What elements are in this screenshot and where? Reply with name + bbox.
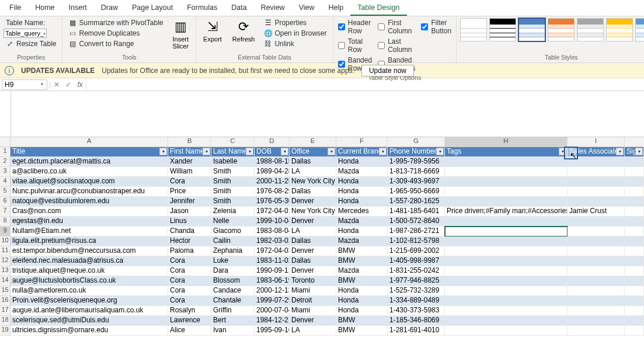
cell[interactable]: 1-995-789-5956 bbox=[388, 157, 445, 167]
cell[interactable] bbox=[625, 306, 644, 316]
header-office[interactable]: Office▾ bbox=[290, 147, 336, 157]
filter-dropdown-icon[interactable]: ▾ bbox=[436, 148, 444, 155]
tab-formulas[interactable]: Formulas bbox=[180, 0, 224, 16]
cell[interactable]: Price driven;#Family man;#Accessories bbox=[445, 207, 568, 217]
cell[interactable]: Cora bbox=[168, 286, 211, 296]
cell[interactable]: Denver bbox=[290, 217, 336, 227]
cell[interactable]: Dallas bbox=[290, 256, 336, 266]
cell[interactable]: Honda bbox=[336, 157, 388, 167]
convert-range[interactable]: ▤Convert to Range bbox=[66, 39, 165, 48]
cell[interactable]: Blossom bbox=[211, 276, 255, 286]
filter-dropdown-icon[interactable]: ▾ bbox=[616, 148, 624, 155]
cell[interactable]: LA bbox=[290, 227, 336, 236]
cell[interactable]: Honda bbox=[336, 296, 388, 306]
cell[interactable]: nulla@ametlorem.co.uk bbox=[11, 286, 168, 296]
header-phone-number[interactable]: Phone Number▾ bbox=[388, 147, 445, 157]
tab-file[interactable]: File bbox=[2, 0, 28, 16]
cell[interactable]: eget.dictum.placerat@mattis.ca bbox=[11, 157, 168, 167]
cell[interactable]: ligula.elit.pretium@risus.ca bbox=[11, 236, 168, 246]
cell[interactable]: BMW bbox=[336, 316, 388, 326]
cell[interactable] bbox=[445, 236, 568, 246]
cell[interactable]: a@aclibero.co.uk bbox=[11, 167, 168, 177]
cell[interactable] bbox=[625, 157, 644, 167]
col-H[interactable]: H bbox=[445, 137, 568, 147]
row-head-12[interactable]: 12 bbox=[0, 256, 11, 266]
header-dob[interactable]: DOB▾ bbox=[255, 147, 290, 157]
cell[interactable]: 1-185-346-8069 bbox=[388, 316, 445, 326]
cell[interactable]: Cailin bbox=[211, 236, 255, 246]
cell[interactable]: William bbox=[168, 167, 211, 177]
cell[interactable]: Rosalyn bbox=[168, 306, 211, 316]
cell[interactable]: BMW bbox=[336, 326, 388, 336]
cell[interactable]: Cras@non.com bbox=[11, 207, 168, 217]
cell[interactable]: 1-500-572-8640 bbox=[388, 217, 445, 227]
cell[interactable]: 1976-05-30 bbox=[255, 197, 290, 207]
cell[interactable]: Cora bbox=[168, 177, 211, 187]
row-head-18[interactable]: 18 bbox=[0, 316, 11, 326]
cell[interactable]: New York City bbox=[290, 177, 336, 187]
cell[interactable]: Proin.velit@scelerisqueneque.org bbox=[11, 296, 168, 306]
cell[interactable]: 1-430-373-5983 bbox=[388, 306, 445, 316]
row-head-10[interactable]: 10 bbox=[0, 236, 11, 246]
cell[interactable]: BMW bbox=[336, 276, 388, 286]
cell[interactable]: Honda bbox=[336, 187, 388, 197]
unlink[interactable]: ⛓Unlink bbox=[262, 39, 329, 48]
cell[interactable]: 1-334-889-0489 bbox=[388, 296, 445, 306]
cell[interactable]: New York City bbox=[290, 207, 336, 217]
cell[interactable]: 1989-04-28 bbox=[255, 167, 290, 177]
cell[interactable] bbox=[445, 217, 568, 227]
cell[interactable]: BMW bbox=[336, 246, 388, 256]
header-sales-associate[interactable]: Sales Associate▾ bbox=[568, 147, 625, 157]
row-head-17[interactable]: 17 bbox=[0, 306, 11, 316]
cell[interactable]: Smith bbox=[211, 167, 255, 177]
row-head-9[interactable]: 9 bbox=[0, 227, 11, 236]
row-head-7[interactable]: 7 bbox=[0, 207, 11, 217]
cell[interactable]: Dallas bbox=[290, 157, 336, 167]
cell[interactable] bbox=[625, 217, 644, 227]
cell[interactable] bbox=[625, 326, 644, 336]
table-style-5[interactable] bbox=[606, 18, 633, 41]
refresh-button[interactable]: ⟳Refresh bbox=[229, 18, 259, 44]
cell[interactable]: Miami bbox=[290, 286, 336, 296]
tab-home[interactable]: Home bbox=[28, 0, 61, 16]
cell[interactable]: 1-405-998-9987 bbox=[388, 256, 445, 266]
col-G[interactable]: G bbox=[388, 137, 445, 147]
table-style-3[interactable] bbox=[548, 18, 575, 41]
row-head-8[interactable]: 8 bbox=[0, 217, 11, 227]
cell[interactable] bbox=[568, 276, 625, 286]
cell[interactable]: BMW bbox=[336, 256, 388, 266]
table-style-0[interactable] bbox=[460, 18, 487, 41]
cell[interactable] bbox=[625, 316, 644, 326]
cell[interactable]: eleifend.nec.malesuada@atrisus.ca bbox=[11, 256, 168, 266]
cell[interactable] bbox=[568, 256, 625, 266]
cell[interactable]: 1-987-286-2721 bbox=[388, 227, 445, 236]
cell[interactable] bbox=[625, 167, 644, 177]
cell[interactable] bbox=[568, 197, 625, 207]
cell[interactable] bbox=[568, 286, 625, 296]
cell[interactable]: 1-102-812-5798 bbox=[388, 236, 445, 246]
update-now-button[interactable]: Update now bbox=[361, 65, 414, 76]
cell[interactable]: Luke bbox=[211, 256, 255, 266]
chk-header-row[interactable]: Header Row bbox=[337, 18, 373, 36]
chk-last-col[interactable]: Last Column bbox=[377, 37, 416, 54]
table-style-1[interactable] bbox=[489, 18, 516, 41]
cell[interactable]: Mercedes bbox=[336, 207, 388, 217]
cell[interactable]: 1972-04-03 bbox=[255, 246, 290, 256]
cell[interactable] bbox=[625, 177, 644, 187]
cell[interactable]: Lawrence bbox=[168, 316, 211, 326]
row-head-15[interactable]: 15 bbox=[0, 286, 11, 296]
cell[interactable] bbox=[568, 217, 625, 227]
cell[interactable] bbox=[445, 167, 568, 177]
cell[interactable]: 1982-03-02 bbox=[255, 236, 290, 246]
cell[interactable]: Price bbox=[168, 187, 211, 197]
table-style-6[interactable] bbox=[635, 18, 644, 41]
header-first-name[interactable]: First Name▾ bbox=[168, 147, 211, 157]
filter-dropdown-icon[interactable]: ▾ bbox=[559, 148, 566, 155]
cell[interactable]: Honda bbox=[336, 227, 388, 236]
table-style-2[interactable] bbox=[518, 18, 545, 41]
cell[interactable]: Honda bbox=[336, 306, 388, 316]
chk-first-col[interactable]: First Column bbox=[377, 18, 416, 36]
cell[interactable]: Denver bbox=[290, 316, 336, 326]
cell[interactable]: 1-977-946-8825 bbox=[388, 276, 445, 286]
cell[interactable]: 1983-06-19 bbox=[255, 276, 290, 286]
